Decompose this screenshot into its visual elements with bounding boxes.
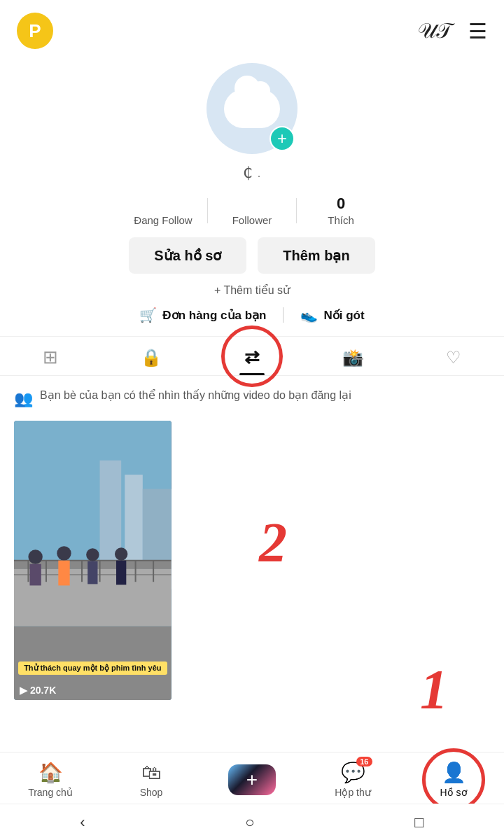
edit-profile-button[interactable]: Sửa hồ sơ bbox=[129, 237, 246, 274]
top-bar: P 𝒰𝒯 ☰ bbox=[0, 0, 504, 56]
profile-label: Hồ sơ bbox=[440, 787, 468, 798]
video-item-1[interactable]: Thử thách quay một bộ phim tình yêu ▶ 20… bbox=[14, 421, 172, 700]
top-right-icons: 𝒰𝒯 ☰ bbox=[417, 19, 487, 43]
video-grid: Thử thách quay một bộ phim tình yêu ▶ 20… bbox=[14, 421, 490, 700]
stat-following[interactable]: Đang Follow bbox=[119, 195, 207, 226]
svg-rect-21 bbox=[88, 561, 97, 584]
recents-button[interactable]: □ bbox=[398, 808, 440, 837]
inbox-wrap: 💬 16 bbox=[341, 761, 365, 784]
heel-label: Nối gót bbox=[323, 308, 364, 323]
tab-bar: ⊞ 🔒 ⇄ 📸̶ ♡ bbox=[0, 336, 504, 376]
repost-notice: 👥 Bạn bè của bạn có thể nhìn thấy những … bbox=[14, 388, 490, 408]
orders-label: Đơn hàng của bạn bbox=[162, 308, 266, 323]
following-count bbox=[161, 195, 165, 213]
nav-inbox[interactable]: 💬 16 Hộp thư bbox=[325, 761, 381, 798]
system-nav: ‹ ○ □ bbox=[0, 804, 504, 840]
shop-label: Shop bbox=[140, 787, 163, 798]
stats-row: Đang Follow Follower 0 Thích bbox=[119, 195, 385, 226]
inbox-badge: 16 bbox=[356, 757, 372, 766]
add-bio-button[interactable]: + Thêm tiểu sử bbox=[214, 284, 290, 297]
stat-likes[interactable]: 0 Thích bbox=[297, 195, 385, 226]
video-thumbnail-bg bbox=[14, 421, 172, 700]
stat-follower[interactable]: Follower bbox=[208, 195, 296, 226]
following-label: Đang Follow bbox=[134, 214, 192, 226]
nav-shop[interactable]: 🛍 Shop bbox=[123, 761, 179, 798]
glasses-icon[interactable]: 𝒰𝒯 bbox=[417, 19, 449, 43]
back-button[interactable]: ‹ bbox=[63, 808, 102, 837]
tab-collab[interactable]: 📸̶ bbox=[302, 337, 403, 375]
svg-rect-23 bbox=[116, 561, 126, 585]
orders-link[interactable]: 🛒 Đơn hàng của bạn bbox=[139, 307, 266, 323]
likes-count: 0 bbox=[337, 195, 345, 213]
link-divider bbox=[283, 307, 284, 323]
cart-icon: 🛒 bbox=[139, 307, 157, 323]
avatar-image bbox=[224, 90, 280, 128]
profile-section: + ₵ . Đang Follow Follower 0 Thích Sửa h… bbox=[0, 56, 504, 336]
lock-icon: 🔒 bbox=[141, 348, 162, 368]
svg-point-16 bbox=[28, 550, 42, 564]
tab-repost[interactable]: ⇄ bbox=[202, 337, 302, 375]
home-label: Trang chủ bbox=[28, 787, 73, 798]
bottom-nav: 🏠 Trang chủ 🛍 Shop + 💬 16 Hộp thư 👤 Hồ s… bbox=[0, 752, 504, 804]
username-row: ₵ . bbox=[243, 164, 260, 182]
home-icon: 🏠 bbox=[38, 761, 63, 784]
avatar-wrap: + bbox=[206, 63, 298, 154]
content-area: 👥 Bạn bè của bạn có thể nhìn thấy những … bbox=[0, 376, 504, 700]
tab-grid[interactable]: ⊞ bbox=[0, 337, 101, 375]
repost-notice-text: Bạn bè của bạn có thể nhìn thấy những vi… bbox=[40, 388, 351, 402]
inbox-label: Hộp thư bbox=[335, 787, 370, 798]
username-dot: . bbox=[257, 166, 260, 181]
tab-active-indicator bbox=[239, 373, 265, 375]
links-row: 🛒 Đơn hàng của bạn 👟 Nối gót bbox=[139, 307, 364, 323]
shoe-icon: 👟 bbox=[300, 307, 318, 323]
svg-rect-17 bbox=[29, 564, 41, 586]
nav-home[interactable]: 🏠 Trang chủ bbox=[22, 761, 78, 798]
menu-icon[interactable]: ☰ bbox=[468, 19, 487, 43]
heel-link[interactable]: 👟 Nối gót bbox=[300, 307, 364, 323]
nav-profile[interactable]: 👤 Hồ sơ bbox=[426, 761, 482, 798]
video-play-count: ▶ 20.7K bbox=[20, 685, 56, 696]
add-friend-button[interactable]: Thêm bạn bbox=[258, 237, 374, 274]
grid-icon: ⊞ bbox=[43, 346, 58, 368]
repost-icon: ⇄ bbox=[244, 346, 260, 368]
video-scene bbox=[14, 421, 172, 700]
svg-rect-19 bbox=[58, 561, 69, 586]
create-button[interactable]: + bbox=[228, 764, 276, 795]
shop-icon: 🛍 bbox=[141, 761, 161, 784]
likes-label: Thích bbox=[328, 214, 354, 226]
app-logo: P bbox=[17, 13, 53, 49]
heart-icon: ♡ bbox=[446, 348, 461, 368]
video-caption: Thử thách quay một bộ phim tình yêu bbox=[18, 662, 167, 675]
follower-count bbox=[250, 195, 254, 213]
add-photo-button[interactable]: + bbox=[270, 126, 295, 151]
username-icon: ₵ bbox=[243, 164, 253, 182]
plus-icon: + bbox=[246, 769, 258, 791]
collab-icon: 📸̶ bbox=[342, 348, 363, 368]
svg-point-22 bbox=[115, 547, 127, 560]
home-button[interactable]: ○ bbox=[228, 808, 271, 837]
nav-create[interactable]: + bbox=[224, 764, 280, 795]
svg-point-20 bbox=[86, 548, 99, 561]
tab-liked[interactable]: ♡ bbox=[403, 337, 504, 375]
tab-lock[interactable]: 🔒 bbox=[101, 337, 202, 375]
people-icon: 👥 bbox=[14, 390, 33, 408]
follower-label: Follower bbox=[232, 214, 272, 226]
svg-point-18 bbox=[57, 546, 71, 560]
action-buttons: Sửa hồ sơ Thêm bạn bbox=[129, 237, 374, 274]
profile-icon: 👤 bbox=[442, 761, 466, 784]
